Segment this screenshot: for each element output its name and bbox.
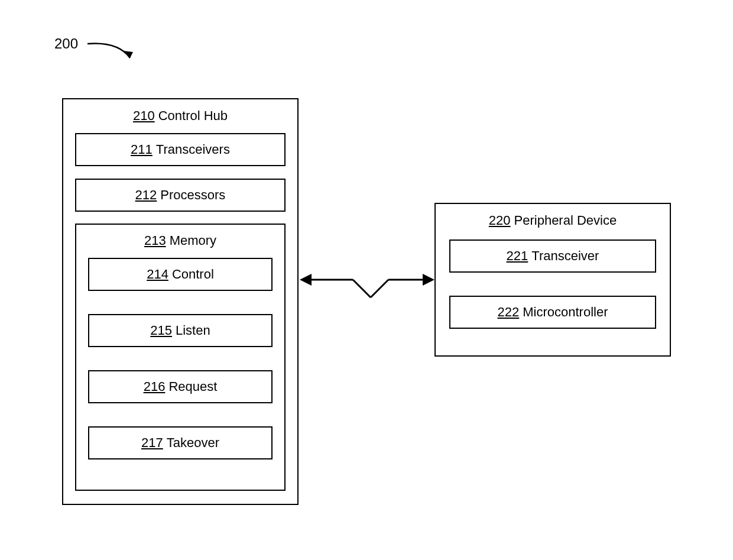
memory-control-box: 214Control: [88, 258, 273, 291]
memory-title: 213Memory: [75, 233, 286, 248]
svg-line-4: [371, 280, 388, 297]
peripheral-transceiver-box: 221Transceiver: [449, 239, 656, 273]
peripheral-microcontroller-box: 222Microcontroller: [449, 296, 656, 329]
peripheral-title: 220Peripheral Device: [434, 213, 671, 228]
figure-number: 200: [54, 35, 78, 52]
processors-box: 212Processors: [75, 179, 286, 212]
svg-line-3: [353, 280, 371, 297]
svg-marker-0: [124, 51, 133, 58]
memory-request-box: 216Request: [88, 370, 273, 403]
control-hub-title: 210Control Hub: [62, 108, 299, 124]
memory-takeover-box: 217Takeover: [88, 426, 273, 459]
memory-listen-box: 215Listen: [88, 314, 273, 347]
svg-marker-1: [300, 274, 312, 286]
transceivers-box: 211Transceivers: [75, 133, 286, 166]
svg-marker-6: [423, 274, 434, 286]
